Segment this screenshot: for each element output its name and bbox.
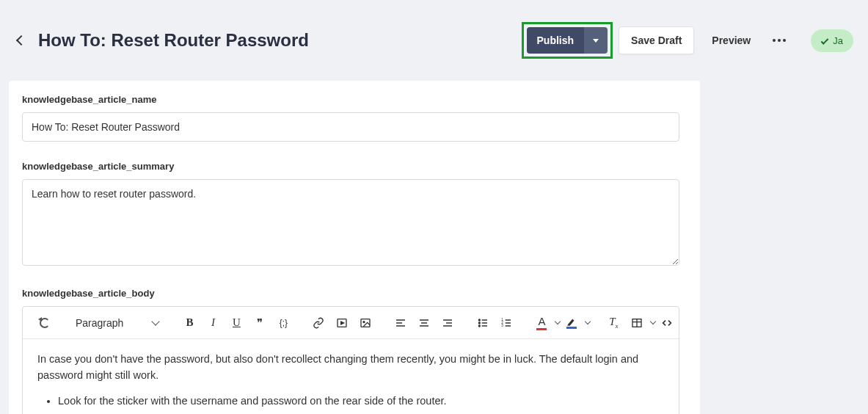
align-left-icon: [395, 317, 406, 329]
bold-button[interactable]: B: [178, 311, 201, 335]
table-icon: [631, 317, 643, 329]
svg-point-15: [479, 322, 481, 324]
paragraph-style-label: Paragraph: [76, 317, 123, 329]
label-article-name: knowledgebase_article_name: [22, 94, 687, 105]
form-panel: knowledgebase_article_name knowledgebase…: [9, 81, 700, 414]
video-icon: [336, 317, 348, 329]
body-paragraph: In case you don't have the password, but…: [37, 351, 664, 384]
link-icon: [313, 317, 324, 329]
image-button[interactable]: [354, 311, 377, 335]
link-button[interactable]: [307, 311, 330, 335]
chevron-down-icon[interactable]: [585, 319, 591, 324]
check-icon: [821, 37, 829, 45]
field-article-body: knowledgebase_article_body Paragraph B: [22, 288, 687, 414]
page-title: How To: Reset Router Password: [38, 30, 508, 51]
label-article-summary: knowledgebase_article_summary: [22, 161, 687, 172]
italic-button[interactable]: I: [201, 311, 225, 335]
bullet-list-icon: [477, 317, 489, 329]
highlight-icon: [566, 317, 577, 326]
align-center-icon: [418, 317, 430, 329]
publish-button[interactable]: Publish: [527, 27, 608, 54]
font-color-button[interactable]: A: [530, 311, 553, 335]
input-article-name[interactable]: [22, 112, 679, 142]
publish-highlight: Publish: [522, 22, 613, 59]
undo-icon: [40, 318, 50, 328]
number-list-icon: 123: [500, 317, 512, 329]
paragraph-style-select[interactable]: Paragraph: [68, 317, 166, 329]
svg-text:3: 3: [502, 324, 504, 327]
chevron-down-icon: [152, 317, 160, 325]
more-icon[interactable]: [768, 32, 790, 49]
back-icon[interactable]: [16, 35, 26, 46]
rte-container: Paragraph B I U ❞ {;}: [22, 306, 679, 414]
table-button[interactable]: [625, 311, 649, 335]
source-code-button[interactable]: [655, 311, 679, 335]
svg-point-13: [479, 319, 481, 321]
highlight-color-button[interactable]: [560, 311, 583, 335]
caret-down-icon: [593, 39, 599, 43]
video-button[interactable]: [330, 311, 354, 335]
align-right-button[interactable]: [436, 311, 459, 335]
quote-button[interactable]: ❞: [248, 311, 271, 335]
code-button[interactable]: {;}: [271, 311, 295, 335]
number-list-button[interactable]: 123: [495, 311, 518, 335]
input-article-summary[interactable]: Learn how to reset router password.: [22, 179, 679, 266]
publish-button-label[interactable]: Publish: [527, 27, 585, 54]
page-header: How To: Reset Router Password Publish Sa…: [0, 0, 868, 81]
header-actions: Publish Save Draft Preview Ja: [522, 22, 854, 59]
field-article-name: knowledgebase_article_name: [22, 94, 687, 142]
publish-dropdown[interactable]: [584, 27, 608, 54]
status-badge: Ja: [811, 29, 853, 52]
rte-editor-body[interactable]: In case you don't have the password, but…: [23, 339, 679, 414]
clear-format-button[interactable]: Tx: [602, 311, 625, 335]
undo-button[interactable]: [33, 311, 56, 335]
bullet-list-button[interactable]: [471, 311, 495, 335]
align-center-button[interactable]: [412, 311, 436, 335]
align-left-button[interactable]: [389, 311, 412, 335]
body-bullet: Look for the sticker with the username a…: [58, 393, 664, 409]
save-draft-button[interactable]: Save Draft: [619, 26, 694, 54]
field-article-summary: knowledgebase_article_summary Learn how …: [22, 161, 687, 269]
svg-point-17: [479, 325, 481, 327]
svg-marker-1: [341, 322, 344, 324]
status-text: Ja: [833, 35, 843, 46]
rte-toolbar: Paragraph B I U ❞ {;}: [23, 307, 679, 339]
preview-button[interactable]: Preview: [700, 27, 762, 54]
code-icon: [661, 317, 673, 329]
underline-button[interactable]: U: [225, 311, 248, 335]
align-right-icon: [442, 317, 453, 329]
svg-point-3: [363, 321, 365, 322]
label-article-body: knowledgebase_article_body: [22, 288, 687, 299]
image-icon: [360, 317, 371, 329]
